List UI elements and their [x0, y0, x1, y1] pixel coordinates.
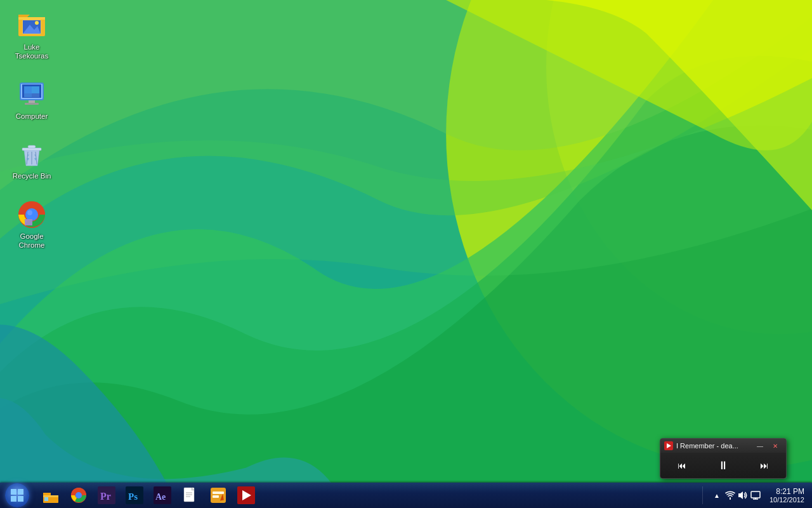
- start-button[interactable]: [0, 483, 34, 508]
- svg-rect-36: [44, 497, 48, 501]
- taskbar-btn-app1[interactable]: [206, 484, 231, 507]
- taskbar: Pr Ps Ae: [0, 483, 812, 508]
- svg-point-8: [35, 21, 39, 25]
- svg-rect-22: [28, 145, 36, 148]
- media-player-prev-btn[interactable]: ⏮: [662, 455, 703, 476]
- taskbar-items: Pr Ps Ae: [34, 483, 700, 508]
- taskbar-btn-explorer[interactable]: [38, 484, 63, 507]
- tray-expand-btn[interactable]: ▲: [711, 491, 723, 500]
- svg-rect-15: [32, 93, 39, 97]
- media-player-controls: ⏮ ⏸ ⏭: [660, 453, 786, 478]
- svg-text:Pr: Pr: [100, 491, 111, 502]
- folder-user-icon: [16, 10, 47, 41]
- media-player-titlebar: I Remember - dea... — ✕: [660, 439, 786, 453]
- media-player-title: I Remember - dea...: [676, 442, 752, 450]
- tray-icon-volume[interactable]: [738, 490, 748, 500]
- taskbar-btn-aftereffects[interactable]: Ae: [150, 484, 175, 507]
- clock-date: 10/12/2012: [769, 496, 804, 504]
- svg-rect-31: [11, 496, 16, 502]
- taskbar-btn-premiere[interactable]: Pr: [94, 484, 119, 507]
- svg-rect-29: [11, 489, 16, 495]
- system-clock[interactable]: 8:21 PM 10/12/2012: [764, 487, 809, 504]
- svg-rect-35: [43, 493, 51, 495]
- desktop: Luke Tsekouras: [0, 0, 812, 508]
- media-player-close-btn[interactable]: ✕: [768, 441, 782, 450]
- svg-marker-55: [738, 491, 743, 499]
- computer-label: Computer: [16, 112, 48, 121]
- svg-rect-21: [22, 148, 41, 150]
- taskbar-btn-chrome[interactable]: [66, 484, 91, 507]
- wave-overlay: [0, 0, 812, 508]
- svg-rect-32: [18, 496, 23, 502]
- tray-icons: ▲: [707, 490, 764, 500]
- desktop-icons: Luke Tsekouras: [0, 0, 63, 265]
- chrome-label: Google Chrome: [9, 232, 55, 250]
- svg-rect-4: [18, 17, 45, 20]
- taskbar-btn-documents[interactable]: [178, 484, 203, 507]
- desktop-icon-google-chrome[interactable]: Google Chrome: [6, 196, 57, 254]
- svg-rect-34: [43, 495, 58, 497]
- tray-icon-network[interactable]: [725, 490, 735, 500]
- media-player-window[interactable]: I Remember - dea... — ✕ ⏮ ⏸ ⏭: [660, 438, 787, 479]
- wallpaper: [0, 0, 812, 508]
- chrome-icon: [16, 199, 47, 230]
- taskbar-separator: [702, 486, 703, 504]
- media-player-play-btn[interactable]: ⏸: [703, 455, 744, 476]
- svg-text:Ae: Ae: [155, 492, 166, 502]
- desktop-icon-luke[interactable]: Luke Tsekouras: [6, 6, 57, 65]
- media-player-next-btn[interactable]: ⏭: [743, 455, 785, 476]
- svg-marker-28: [667, 443, 671, 448]
- svg-rect-50: [213, 491, 224, 494]
- clock-time: 8:21 PM: [776, 487, 804, 496]
- computer-icon: [16, 79, 47, 110]
- tray-icon-action[interactable]: [750, 490, 761, 500]
- svg-rect-27: [25, 219, 32, 225]
- svg-rect-17: [25, 103, 39, 105]
- recycle-bin-icon: [16, 139, 47, 170]
- start-orb: [5, 483, 29, 507]
- taskbar-btn-media[interactable]: [233, 484, 259, 507]
- svg-rect-56: [751, 491, 760, 498]
- svg-point-25: [27, 210, 32, 215]
- svg-rect-30: [18, 489, 23, 495]
- svg-rect-51: [213, 495, 219, 498]
- media-player-minimize-btn[interactable]: —: [753, 441, 767, 450]
- desktop-icon-computer[interactable]: Computer: [6, 76, 57, 125]
- system-tray: ▲: [705, 483, 812, 508]
- media-player-icon: [664, 441, 673, 450]
- svg-rect-14: [24, 93, 32, 97]
- desktop-icon-recycle-bin[interactable]: Recycle Bin: [6, 135, 57, 185]
- taskbar-btn-photoshop[interactable]: Ps: [122, 484, 147, 507]
- recycle-bin-label: Recycle Bin: [13, 172, 51, 181]
- svg-rect-12: [24, 86, 32, 93]
- svg-rect-16: [29, 100, 35, 103]
- svg-text:Ps: Ps: [128, 491, 138, 502]
- folder-user-label: Luke Tsekouras: [9, 43, 55, 61]
- svg-point-38: [75, 492, 82, 498]
- svg-rect-13: [32, 86, 39, 93]
